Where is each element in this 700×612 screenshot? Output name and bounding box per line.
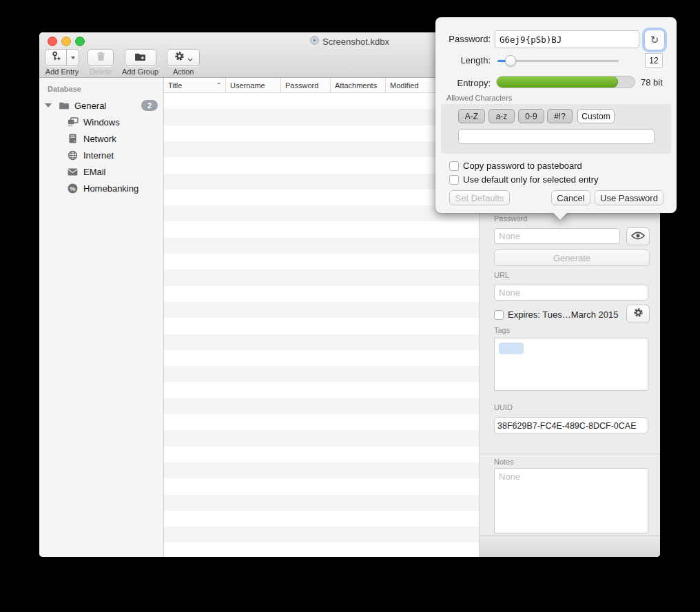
sidebar-item-internet[interactable]: Internet	[39, 147, 163, 163]
sidebar-item-windows[interactable]: Windows	[39, 114, 163, 130]
toolbar-label: Delete	[90, 68, 112, 76]
add-group-button[interactable]	[125, 49, 156, 66]
panel-divider	[480, 453, 660, 454]
sidebar-item-label: Homebanking	[83, 183, 138, 194]
add-entry-button[interactable]	[45, 49, 67, 66]
entry-table-header: Title ⌃ Username Password Attachments Mo…	[164, 78, 479, 93]
entry-count-badge: 2	[141, 100, 158, 111]
length-value-field[interactable]: 12	[645, 53, 663, 68]
folder-icon	[58, 101, 70, 110]
popover-arrow	[553, 212, 568, 220]
disclosure-triangle-icon[interactable]	[45, 103, 52, 108]
reveal-password-button[interactable]	[626, 227, 650, 245]
add-group-item: Add Group	[122, 49, 158, 76]
tags-section-label: Tags	[494, 326, 510, 334]
gear-icon	[174, 51, 185, 64]
charset-lowercase-toggle[interactable]: a-z	[488, 109, 515, 123]
toolbar-label: Action	[173, 68, 194, 76]
tags-field[interactable]	[494, 338, 648, 391]
allowed-characters-label: Allowed Characters	[446, 94, 512, 102]
default-for-entry-label: Use default only for selected entry	[463, 174, 599, 185]
action-button[interactable]	[167, 49, 200, 66]
copy-to-pasteboard-checkbox[interactable]	[449, 161, 459, 171]
eye-icon	[631, 230, 645, 243]
trash-icon	[96, 51, 105, 64]
expires-label: Expires: Tues…March 2015	[508, 309, 618, 320]
entry-table-body[interactable]	[164, 93, 479, 557]
svg-text:%: %	[70, 185, 75, 192]
password-section-label: Password	[494, 214, 527, 223]
length-slider[interactable]	[497, 55, 619, 66]
generated-password-input[interactable]	[495, 30, 639, 48]
sidebar-item-label: General	[74, 101, 106, 111]
sidebar-item-general[interactable]: General 2	[39, 97, 163, 114]
allowed-characters-box: A-Z a-z 0-9 #!? Custom	[441, 104, 671, 154]
toolbar: Add Entry Delete	[45, 49, 200, 76]
sidebar-item-label: EMail	[83, 167, 106, 177]
delete-button[interactable]	[88, 49, 114, 66]
charset-custom-toggle[interactable]: Custom	[577, 109, 615, 123]
url-input[interactable]	[494, 285, 648, 300]
cancel-button[interactable]: Cancel	[551, 190, 590, 205]
windows-icon	[67, 117, 79, 127]
length-label: Length:	[435, 55, 491, 65]
entropy-label: Entropy:	[435, 78, 491, 88]
sidebar-item-email[interactable]: EMail	[39, 163, 163, 180]
panel-footer-bar	[480, 536, 660, 557]
delete-item: Delete	[88, 49, 114, 76]
entropy-bar	[496, 76, 635, 88]
add-entry-item: Add Entry	[45, 49, 79, 76]
uuid-section-label: UUID	[494, 403, 513, 411]
notes-textarea[interactable]	[494, 468, 648, 533]
set-defaults-button[interactable]: Set Defaults	[449, 190, 510, 205]
column-header-attachments[interactable]: Attachments	[331, 78, 386, 92]
refresh-icon: ↻	[650, 34, 659, 46]
window-title: Screenshot.kdbx	[322, 37, 389, 47]
server-icon	[67, 134, 79, 143]
column-header-username[interactable]: Username	[226, 78, 281, 92]
expires-options-button[interactable]	[626, 305, 650, 323]
chevron-down-icon	[187, 52, 193, 64]
envelope-icon	[67, 168, 79, 176]
url-section-label: URL	[494, 271, 509, 279]
charset-uppercase-toggle[interactable]: A-Z	[458, 109, 485, 123]
sidebar-section-header: Database	[39, 78, 163, 97]
notes-section-label: Notes	[494, 458, 514, 466]
use-password-button[interactable]: Use Password	[595, 190, 663, 205]
default-for-entry-checkbox[interactable]	[449, 175, 459, 185]
sidebar-item-label: Internet	[83, 150, 114, 161]
gear-icon	[633, 307, 644, 320]
toolbar-label: Add Entry	[45, 68, 79, 76]
uuid-input[interactable]	[494, 417, 648, 434]
entry-table: Title ⌃ Username Password Attachments Mo…	[164, 78, 479, 557]
entropy-bar-fill	[497, 76, 618, 88]
expires-row: Expires: Tues…March 2015	[494, 309, 618, 320]
folder-plus-icon	[134, 52, 146, 64]
password-generator-popover: Password: ↻ Length: 12 Entropy: 78 bit A…	[435, 17, 677, 213]
entropy-value: 78 bit	[641, 77, 663, 88]
slider-knob[interactable]	[505, 55, 516, 66]
expires-checkbox[interactable]	[494, 310, 504, 320]
password-input[interactable]	[494, 228, 620, 244]
copy-to-pasteboard-row: Copy password to pasteboard	[449, 161, 582, 171]
globe-icon	[67, 150, 79, 161]
custom-characters-input[interactable]	[458, 129, 655, 144]
column-header-password[interactable]: Password	[281, 78, 331, 92]
sidebar: Database General 2 Windows	[39, 78, 164, 557]
default-for-entry-row: Use default only for selected entry	[449, 174, 599, 185]
charset-symbols-toggle[interactable]: #!?	[547, 109, 573, 123]
sidebar-item-homebanking[interactable]: % Homebanking	[39, 180, 163, 196]
sort-ascending-icon: ⌃	[216, 81, 222, 89]
copy-to-pasteboard-label: Copy password to pasteboard	[463, 161, 582, 171]
sidebar-item-network[interactable]: Network	[39, 130, 163, 147]
column-header-title[interactable]: Title ⌃	[164, 78, 226, 92]
regenerate-password-button[interactable]: ↻	[644, 30, 665, 50]
sidebar-item-label: Network	[83, 134, 116, 144]
charset-digits-toggle[interactable]: 0-9	[518, 109, 544, 123]
add-entry-dropdown-button[interactable]	[66, 49, 79, 66]
chevron-down-icon	[71, 57, 75, 59]
action-item: Action	[167, 49, 200, 76]
generate-password-button[interactable]: Generate	[494, 249, 650, 266]
percent-icon: %	[67, 183, 79, 194]
tag-token[interactable]	[499, 343, 524, 354]
